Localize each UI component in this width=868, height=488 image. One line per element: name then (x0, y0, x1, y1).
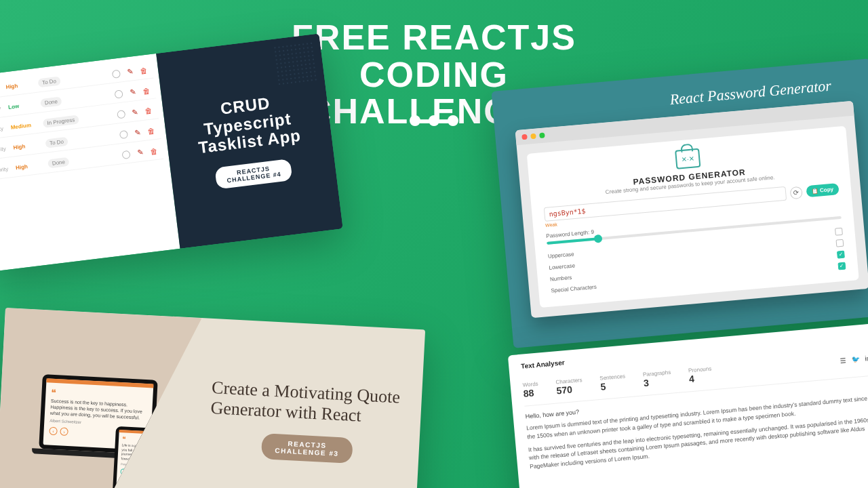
task-priority: High (16, 162, 42, 171)
pw-option-label: Numbers (550, 274, 572, 284)
edit-icon[interactable]: ✎ (129, 87, 136, 97)
quote-challenge-badge: REACTJS CHALLENGE #3 (261, 433, 353, 464)
progress-circle-icon[interactable] (122, 150, 131, 159)
window-min-icon[interactable] (530, 134, 536, 140)
priority-col-label: Priority (0, 146, 7, 154)
prev-icon[interactable]: ‹ (120, 468, 126, 474)
pw-window: ✕·✕ PASSWORD GENERATOR Create strong and… (515, 101, 868, 319)
laptop-mockup: ❝ Success is not the key to happiness. H… (39, 374, 158, 455)
edit-icon[interactable]: ✎ (132, 108, 139, 117)
ta-stat: Paragraphs3 (643, 369, 672, 389)
crud-card-title: CRUD Typescript Tasklist App (193, 92, 302, 157)
refresh-icon[interactable]: ⟳ (789, 186, 803, 199)
checkbox[interactable] (835, 239, 844, 247)
ta-textarea[interactable]: Lorem Ipsum is dummied text of the print… (526, 394, 868, 471)
stat-value: 5 (600, 380, 627, 392)
ta-stat: Pronouns4 (688, 365, 713, 384)
task-status-pill[interactable]: To Do (37, 76, 60, 87)
trash-icon[interactable]: 🗑 (142, 86, 150, 95)
twitter-icon[interactable]: 🐦 (851, 355, 860, 363)
crud-challenge-badge: REACTJS CHALLENGE #4 (214, 159, 293, 189)
priority-col-label: Priority (0, 105, 2, 113)
stat-value: 570 (556, 383, 583, 396)
quote-card-title: Create a Motivating Quote Generator with… (210, 378, 409, 428)
progress-circle-icon[interactable] (112, 69, 121, 78)
edit-icon[interactable]: ✎ (136, 148, 144, 157)
crud-tasklist: PriorityHighTo Do✎🗑PriorityLowDone✎🗑Prio… (0, 54, 180, 272)
ta-stats-row: Words88Characters570Sentences5Paragraphs… (522, 346, 868, 407)
next-icon[interactable]: › (60, 428, 68, 436)
pw-option-label: Lowercase (549, 262, 575, 272)
stat-value: 3 (643, 375, 672, 389)
tablet-mockup: ❝ Life is a journey, and if you fall in … (113, 426, 169, 488)
checkbox[interactable]: ✓ (837, 262, 846, 270)
checkbox[interactable]: ✓ (837, 251, 845, 259)
copy-button[interactable]: 📋 Copy (806, 183, 840, 197)
stat-value: 88 (523, 387, 539, 399)
lock-icon: ✕·✕ (675, 148, 701, 169)
window-max-icon[interactable] (539, 133, 545, 139)
trash-icon[interactable]: 🗑 (144, 106, 153, 115)
progress-circle-icon[interactable] (115, 89, 123, 98)
challenge-card-crud[interactable]: PriorityHighTo Do✎🗑PriorityLowDone✎🗑Prio… (0, 33, 343, 271)
next-icon[interactable]: › (128, 469, 134, 475)
ta-stat: Sentences5 (599, 373, 627, 392)
window-close-icon[interactable] (521, 134, 528, 140)
share-icon[interactable]: ☰ (840, 357, 846, 365)
task-status-pill[interactable]: Done (40, 96, 62, 108)
edit-icon[interactable]: ✎ (127, 67, 134, 77)
task-priority: Medium (10, 121, 37, 131)
prev-icon[interactable]: ‹ (49, 427, 58, 436)
trash-icon[interactable]: 🗑 (140, 66, 148, 75)
priority-col-label: Priority (0, 125, 5, 134)
challenge-card-password[interactable]: React Password Generator ✕·✕ PASSWORD GE… (492, 58, 868, 348)
task-status-pill[interactable]: To Do (45, 137, 68, 148)
trash-icon[interactable]: 🗑 (147, 127, 155, 136)
trash-icon[interactable]: 🗑 (149, 146, 157, 155)
ta-stat: Words88 (522, 381, 539, 399)
title-dots (410, 115, 458, 126)
task-priority: High (5, 81, 32, 91)
quote-device-mockup: ❝ Success is not the key to happiness. H… (0, 308, 202, 488)
stat-value: 4 (688, 371, 713, 384)
checkbox[interactable] (835, 228, 843, 236)
task-priority: Low (8, 101, 35, 110)
challenge-card-text-analyser[interactable]: Text Analyser Words88Characters570Senten… (508, 323, 868, 488)
pw-option-label: Special Characters (551, 284, 597, 296)
task-status-pill[interactable]: Done (47, 157, 69, 169)
pw-option-label: Uppercase (548, 251, 574, 260)
progress-circle-icon[interactable] (117, 110, 125, 119)
priority-col-label: Priority (0, 166, 9, 174)
edit-icon[interactable]: ✎ (134, 128, 142, 138)
challenge-card-quote[interactable]: ❝ Success is not the key to happiness. H… (0, 308, 425, 488)
linkedin-icon[interactable]: in (865, 354, 868, 363)
task-priority: High (13, 142, 39, 151)
ta-stat: Characters570 (555, 377, 583, 396)
ta-social-links[interactable]: ☰ 🐦 in (840, 354, 868, 365)
task-status-pill[interactable]: In Progress (43, 115, 79, 128)
progress-circle-icon[interactable] (119, 129, 128, 138)
